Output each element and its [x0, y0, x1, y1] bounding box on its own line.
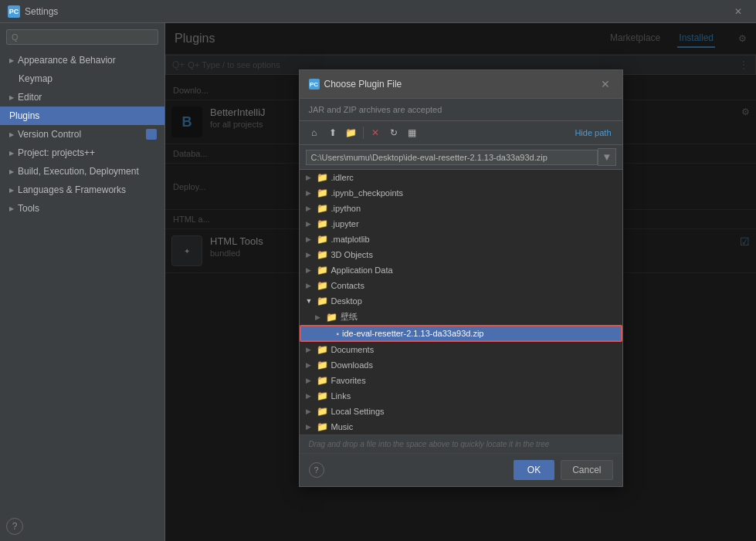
folder-icon-wallpaper: 📁 [326, 312, 337, 323]
tree-item-ipython[interactable]: ▶ 📁 .ipython [300, 201, 622, 216]
tree-item-localsettings[interactable]: ▶ 📁 Local Settings [300, 404, 622, 419]
tree-item-jupyter[interactable]: ▶ 📁 .jupyter [300, 216, 622, 232]
path-bar: ▼ [300, 145, 622, 170]
hide-path-button[interactable]: Hide path [570, 127, 615, 139]
tree-label-appdata: Application Data [331, 265, 393, 275]
tree-label-zipfile: ide-eval-resetter-2.1.13-da33a93d.zip [342, 329, 483, 338]
tree-item-ipynb[interactable]: ▶ 📁 .ipynb_checkpoints [300, 185, 622, 201]
toolbar-refresh-button[interactable]: ↻ [385, 124, 402, 141]
tree-item-3dobjects[interactable]: ▶ 📁 3D Objects [300, 247, 622, 262]
sidebar-item-editor-label: Editor [18, 92, 42, 103]
folder-icon-ipython: 📁 [317, 203, 328, 214]
tree-item-desktop[interactable]: ▼ 📁 Desktop [300, 293, 622, 309]
tree-label-desktop: Desktop [331, 296, 362, 306]
dialog-title-bar: PC Choose Plugin File ✕ [300, 70, 622, 99]
sidebar-item-plugins[interactable]: Plugins [0, 107, 164, 125]
content-area: Plugins Marketplace Installed ⚙ Q+ ⋮ Dow… [165, 23, 756, 541]
folder-icon-idlerc: 📁 [317, 172, 328, 183]
sidebar-item-plugins-label: Plugins [9, 110, 39, 121]
sidebar-item-languages[interactable]: Languages & Frameworks [0, 181, 164, 199]
sidebar-item-keymap[interactable]: Keymap [0, 69, 164, 88]
path-dropdown-button[interactable]: ▼ [598, 148, 615, 166]
tree-label-links: Links [331, 391, 351, 401]
choose-plugin-dialog: PC Choose Plugin File ✕ JAR and ZIP arch… [299, 69, 623, 487]
sidebar-item-appearance[interactable]: Appearance & Behavior [0, 51, 164, 69]
toolbar-delete-button[interactable]: ✕ [367, 124, 384, 141]
sidebar-help-button[interactable]: ? [6, 518, 23, 535]
tree-arrow-ipynb: ▶ [306, 189, 315, 197]
toolbar-separator-1 [363, 127, 364, 139]
sidebar-item-tools-label: Tools [18, 203, 39, 214]
tree-arrow-matplotlib: ▶ [306, 235, 315, 243]
tree-label-contacts: Contacts [331, 281, 364, 290]
tree-arrow-jupyter: ▶ [306, 220, 315, 228]
tree-arrow-localsettings: ▶ [306, 407, 315, 415]
folder-icon-links: 📁 [317, 391, 328, 401]
tree-label-3dobjects: 3D Objects [331, 250, 373, 259]
dialog-cancel-button[interactable]: Cancel [561, 460, 612, 480]
sidebar-item-build[interactable]: Build, Execution, Deployment [0, 162, 164, 181]
sidebar-search-input[interactable] [6, 29, 158, 45]
tree-item-contacts[interactable]: ▶ 📁 Contacts [300, 278, 622, 293]
dialog-close-button[interactable]: ✕ [598, 76, 613, 92]
tree-item-matplotlib[interactable]: ▶ 📁 .matplotlib [300, 232, 622, 247]
sidebar-item-build-label: Build, Execution, Deployment [18, 166, 139, 177]
toolbar-home-button[interactable]: ⌂ [306, 124, 323, 141]
tree-item-links[interactable]: ▶ 📁 Links [300, 388, 622, 404]
file-toolbar: ⌂ ⬆ 📁 ✕ ↻ ▦ Hide path [300, 121, 622, 145]
folder-icon-documents: 📁 [317, 344, 328, 355]
sidebar-item-version-control-label: Version Control [18, 129, 81, 140]
main-layout: Appearance & Behavior Keymap Editor Plug… [0, 23, 756, 541]
tree-arrow-music: ▶ [306, 423, 315, 431]
tree-item-downloads[interactable]: ▶ 📁 Downloads [300, 357, 622, 373]
tree-item-zipfile[interactable]: ▪ ide-eval-resetter-2.1.13-da33a93d.zip [300, 325, 622, 342]
tree-item-appdata[interactable]: ▶ 📁 Application Data [300, 262, 622, 278]
tree-arrow-wallpaper: ▶ [315, 313, 324, 321]
sidebar-item-editor[interactable]: Editor [0, 88, 164, 107]
dialog-ok-button[interactable]: OK [514, 460, 554, 480]
dialog-help-button[interactable]: ? [309, 462, 324, 478]
sidebar-item-appearance-label: Appearance & Behavior [18, 55, 116, 66]
dialog-actions: OK Cancel [514, 460, 613, 480]
sidebar-item-languages-label: Languages & Frameworks [18, 184, 126, 195]
folder-icon-ipynb: 📁 [317, 188, 328, 198]
tree-arrow-ipython: ▶ [306, 205, 315, 212]
tree-arrow-downloads: ▶ [306, 361, 315, 369]
toolbar-folder-button[interactable]: 📁 [343, 124, 360, 141]
sidebar-item-version-control[interactable]: Version Control [0, 125, 164, 144]
tree-item-music[interactable]: ▶ 📁 Music [300, 419, 622, 434]
folder-icon-appdata: 📁 [317, 265, 328, 276]
title-bar: PC Settings ✕ [0, 0, 756, 23]
tree-arrow-3dobjects: ▶ [306, 251, 315, 259]
sidebar-search-container [0, 23, 164, 51]
tree-arrow-idlerc: ▶ [306, 174, 315, 181]
path-input[interactable] [306, 150, 598, 165]
tree-label-music: Music [331, 422, 354, 431]
tree-item-favorites[interactable]: ▶ 📁 Favorites [300, 373, 622, 388]
tree-arrow-contacts: ▶ [306, 282, 315, 289]
sidebar-item-project[interactable]: Project: projects++ [0, 144, 164, 162]
tree-item-documents[interactable]: ▶ 📁 Documents [300, 342, 622, 357]
tree-label-idlerc: .idlerc [331, 173, 354, 182]
app-icon: PC [8, 5, 20, 18]
toolbar-up-button[interactable]: ⬆ [324, 124, 341, 141]
folder-icon-localsettings: 📁 [317, 406, 328, 417]
tree-label-documents: Documents [331, 345, 375, 354]
tree-label-favorites: Favorites [331, 376, 366, 385]
folder-icon-music: 📁 [317, 421, 328, 432]
sidebar-item-project-label: Project: projects++ [18, 147, 95, 158]
folder-icon-contacts: 📁 [317, 280, 328, 291]
folder-icon-matplotlib: 📁 [317, 234, 328, 245]
folder-icon-jupyter: 📁 [317, 218, 328, 229]
folder-icon-favorites: 📁 [317, 375, 328, 386]
tree-label-localsettings: Local Settings [331, 407, 385, 416]
tree-item-idlerc[interactable]: ▶ 📁 .idlerc [300, 170, 622, 185]
sidebar-item-tools[interactable]: Tools [0, 199, 164, 218]
tree-item-wallpaper[interactable]: ▶ 📁 壁纸 [300, 309, 622, 325]
dialog-buttons: ? OK Cancel [300, 453, 622, 486]
dialog-subtitle: JAR and ZIP archives are accepted [300, 99, 622, 121]
close-button[interactable]: ✕ [728, 3, 748, 20]
tree-label-ipynb: .ipynb_checkpoints [331, 188, 404, 198]
toolbar-terminal-button[interactable]: ▦ [404, 124, 421, 141]
plugins-badge [146, 110, 157, 121]
